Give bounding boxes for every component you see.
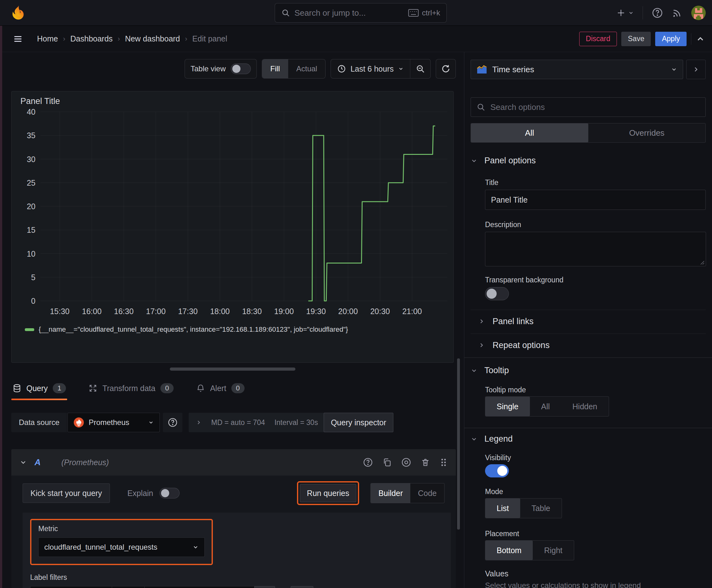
kick-start-button[interactable]: Kick start your query — [23, 483, 110, 503]
grafana-logo-icon[interactable] — [11, 5, 27, 21]
query-options-summary[interactable]: MD = auto = 704 Interval = 30s — [189, 413, 325, 432]
disable-query-button[interactable] — [401, 457, 411, 467]
tab-query[interactable]: Query 1 — [11, 380, 67, 400]
builder-option[interactable]: Builder — [371, 483, 410, 503]
menu-toggle-button[interactable] — [13, 34, 23, 44]
breadcrumb-new-dashboard[interactable]: New dashboard — [125, 34, 180, 43]
legend-mode-segmented: List Table — [485, 498, 562, 518]
panel-links-section[interactable]: Panel links — [471, 312, 706, 331]
news-rss-button[interactable] — [672, 7, 683, 18]
collapse-options-button[interactable] — [686, 60, 706, 79]
collapse-editor-button[interactable] — [696, 34, 705, 44]
datasource-picker[interactable]: Prometheus — [67, 413, 159, 432]
tooltip-header[interactable]: Tooltip — [471, 365, 706, 375]
operator-dropdown[interactable]: = — [112, 586, 145, 588]
legend-values-label: Values — [485, 569, 706, 578]
chart-svg: 051015202530354015:3016:0016:3017:0017:3… — [17, 107, 450, 327]
topbar-actions — [616, 0, 706, 26]
explain-control: Explain — [127, 488, 179, 499]
query-ref-id[interactable]: A — [35, 458, 41, 467]
actual-option[interactable]: Actual — [288, 59, 326, 78]
help-icon — [168, 417, 178, 427]
description-textarea[interactable] — [485, 232, 706, 266]
legend-mode-table[interactable]: Table — [520, 499, 562, 518]
legend-placement-bottom[interactable]: Bottom — [486, 541, 533, 560]
select-value-dropdown[interactable]: Select value — [145, 586, 254, 588]
tooltip-mode-hidden[interactable]: Hidden — [561, 397, 608, 416]
drag-query-handle[interactable] — [439, 458, 448, 467]
rss-icon — [672, 7, 683, 18]
datasource-help-button[interactable] — [163, 413, 182, 432]
breadcrumb-bar: Home › Dashboards › New dashboard › Edit… — [0, 26, 712, 52]
query-inspector-button[interactable]: Query inspector — [324, 413, 393, 432]
description-label: Description — [485, 220, 706, 229]
tooltip-mode-all[interactable]: All — [530, 397, 561, 416]
repeat-options-section[interactable]: Repeat options — [471, 335, 706, 355]
save-button[interactable]: Save — [621, 32, 651, 46]
label-filter-row: Select label = Select value ✕ + — [30, 586, 443, 588]
refresh-button[interactable] — [436, 59, 456, 79]
query-builder: Metric cloudflared_tunnel_total_requests… — [23, 512, 451, 588]
series-legend-label[interactable]: {__name__="cloudflared_tunnel_total_requ… — [39, 326, 348, 334]
chevron-down-icon[interactable] — [19, 459, 27, 466]
delete-query-button[interactable] — [421, 458, 430, 467]
user-avatar[interactable] — [691, 6, 706, 20]
options-search[interactable] — [471, 97, 706, 117]
tab-alert[interactable]: Alert 0 — [195, 380, 246, 400]
panel-title-input[interactable] — [485, 190, 706, 210]
add-new-button[interactable] — [616, 8, 634, 18]
apply-button[interactable]: Apply — [655, 32, 687, 46]
bell-icon — [196, 384, 205, 393]
query-help-button[interactable] — [363, 457, 373, 467]
viz-picker-row: Time series — [471, 60, 706, 79]
grafana-edit-panel-page: ctrl+k — [0, 0, 712, 588]
fill-option[interactable]: Fill — [262, 59, 288, 78]
vertical-scrollbar[interactable] — [457, 358, 460, 530]
breadcrumb-dashboards[interactable]: Dashboards — [70, 34, 113, 43]
zoom-out-button[interactable] — [410, 59, 430, 78]
legend-placement-right[interactable]: Right — [533, 541, 574, 560]
resize-grip-icon[interactable] — [699, 260, 705, 265]
x-axis-tick: 17:30 — [178, 307, 198, 316]
tab-overrides[interactable]: Overrides — [588, 123, 706, 142]
y-axis-tick: 15 — [27, 226, 36, 234]
query-row-header[interactable]: A (Prometheus) — [11, 449, 456, 476]
toggle-knob — [487, 289, 497, 299]
repeat-options-label: Repeat options — [493, 340, 550, 350]
discard-button[interactable]: Discard — [579, 32, 617, 46]
options-search-input[interactable] — [490, 102, 700, 112]
metric-select[interactable]: cloudflared_tunnel_total_requests — [38, 538, 205, 557]
legend-visibility-toggle[interactable] — [485, 464, 509, 478]
select-label-dropdown[interactable]: Select label — [30, 586, 112, 588]
search-input[interactable] — [295, 8, 404, 18]
transparent-background-toggle[interactable] — [485, 287, 509, 300]
code-option[interactable]: Code — [410, 483, 444, 503]
run-queries-button[interactable]: Run queries — [300, 484, 357, 502]
explain-toggle[interactable] — [159, 488, 179, 499]
table-view-toggle[interactable] — [231, 63, 251, 74]
remove-filter-button[interactable]: ✕ — [254, 586, 275, 588]
tooltip-mode-single[interactable]: Single — [486, 397, 530, 416]
tab-transform-data[interactable]: Transform data 0 — [87, 380, 175, 400]
copy-icon — [382, 458, 392, 467]
global-search[interactable]: ctrl+k — [275, 3, 447, 23]
panel-resize-handle[interactable] — [170, 368, 296, 371]
datasource-name: Prometheus — [88, 418, 129, 427]
series-color-swatch[interactable] — [25, 328, 34, 331]
legend-header[interactable]: Legend — [471, 434, 706, 444]
duplicate-query-button[interactable] — [382, 458, 392, 467]
legend-mode-list[interactable]: List — [486, 499, 520, 518]
panel-options-header[interactable]: Panel options — [471, 156, 706, 166]
visualization-panel[interactable]: Panel Title 051015202530354015:3016:0016… — [11, 91, 454, 363]
add-filter-button[interactable]: + — [291, 586, 313, 588]
metric-value: cloudflared_tunnel_total_requests — [44, 543, 157, 551]
help-button[interactable] — [652, 7, 663, 19]
topbar-divider — [643, 6, 643, 19]
y-axis-tick: 10 — [27, 249, 36, 258]
time-range-picker[interactable]: Last 6 hours — [331, 59, 410, 78]
visualization-picker[interactable]: Time series — [471, 60, 683, 79]
explain-label: Explain — [127, 489, 153, 498]
breadcrumb-home[interactable]: Home — [37, 34, 58, 43]
tab-all[interactable]: All — [471, 123, 588, 142]
tab-query-label: Query — [26, 384, 48, 393]
